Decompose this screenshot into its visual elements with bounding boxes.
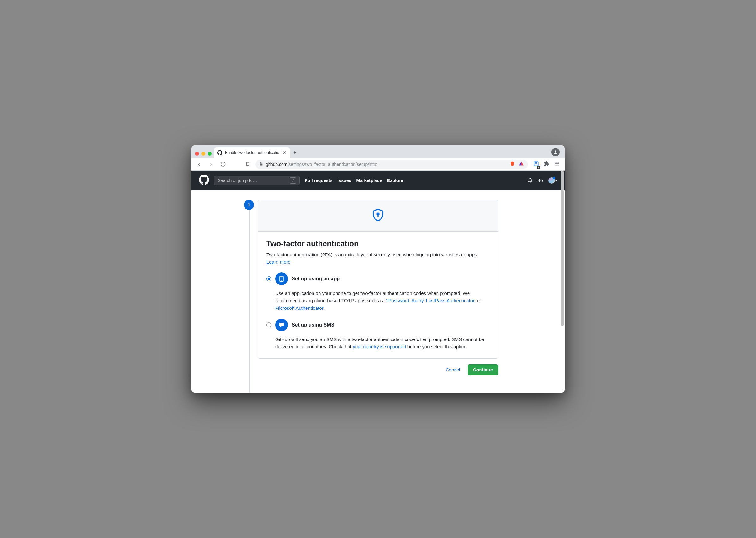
forward-button[interactable]	[206, 160, 215, 169]
action-buttons: Cancel Continue	[258, 364, 498, 375]
comment-icon	[275, 319, 288, 331]
slash-key-hint: /	[290, 177, 296, 184]
option-app-desc: Use an application on your phone to get …	[266, 290, 490, 312]
continue-button[interactable]: Continue	[468, 364, 498, 375]
option-app-title: Set up using an app	[292, 276, 340, 282]
radio-sms[interactable]	[266, 322, 271, 328]
github-nav: Pull requests Issues Marketplace Explore	[305, 178, 403, 183]
svg-point-0	[555, 150, 556, 152]
avatar	[549, 177, 555, 184]
browser-profile-button[interactable]	[552, 148, 559, 156]
notifications-button[interactable]	[528, 178, 533, 183]
github-header: Search or jump to… / Pull requests Issue…	[191, 171, 565, 190]
nav-explore[interactable]: Explore	[387, 178, 403, 183]
card-hero	[258, 200, 498, 232]
scrollbar[interactable]	[561, 171, 564, 326]
svg-point-2	[377, 213, 379, 215]
cancel-button[interactable]: Cancel	[441, 365, 464, 375]
browser-menu-button[interactable]	[554, 161, 559, 168]
link-ms-authenticator[interactable]: Microsoft Authenticator	[275, 305, 323, 311]
back-button[interactable]	[195, 160, 204, 169]
close-tab-button[interactable]: ✕	[282, 149, 287, 156]
nav-pull-requests[interactable]: Pull requests	[305, 178, 332, 183]
step-connector-line	[249, 210, 250, 393]
extensions-puzzle-icon[interactable]	[544, 161, 550, 168]
extension-icons: 1	[531, 161, 561, 168]
link-1password[interactable]: 1Password	[385, 298, 409, 303]
link-authy[interactable]: Authy	[412, 298, 423, 303]
setup-card: Two-factor authentication Two-factor aut…	[258, 200, 498, 359]
browser-toolbar: github.com/settings/two_factor_authentic…	[191, 158, 565, 171]
option-sms-title: Set up using SMS	[292, 322, 334, 328]
create-new-button[interactable]: + ▾	[538, 177, 544, 184]
browser-window: Enable two-factor authenticatio ✕ + g	[191, 145, 565, 393]
nav-issues[interactable]: Issues	[337, 178, 351, 183]
lock-icon	[259, 162, 263, 167]
shield-lock-icon	[371, 208, 385, 224]
github-favicon-icon	[217, 150, 222, 155]
address-bar[interactable]: github.com/settings/two_factor_authentic…	[255, 160, 528, 169]
close-window-button[interactable]	[195, 152, 199, 155]
learn-more-link[interactable]: Learn more	[266, 259, 291, 265]
browser-tab[interactable]: Enable two-factor authenticatio ✕	[214, 147, 290, 158]
page-content: 1 Two-factor authentication Two-factor a…	[191, 190, 565, 393]
link-lastpass[interactable]: LastPass Authenticator	[426, 298, 475, 303]
option-app[interactable]: Set up using an app	[266, 272, 490, 285]
brave-rewards-icon[interactable]	[518, 161, 524, 168]
new-tab-button[interactable]: +	[290, 149, 300, 158]
minimize-window-button[interactable]	[202, 152, 205, 155]
link-country-supported[interactable]: your country is supported	[353, 344, 406, 349]
search-placeholder: Search or jump to…	[218, 178, 257, 183]
reload-button[interactable]	[218, 160, 227, 169]
github-logo-icon[interactable]	[199, 175, 209, 186]
device-mobile-icon	[275, 272, 288, 285]
radio-app[interactable]	[266, 276, 271, 281]
intro-text: Two-factor authentication (2FA) is an ex…	[266, 251, 490, 266]
option-sms-desc: GitHub will send you an SMS with a two-f…	[266, 336, 490, 350]
option-sms[interactable]: Set up using SMS	[266, 319, 490, 331]
extension-icon[interactable]: 1	[533, 161, 539, 168]
maximize-window-button[interactable]	[208, 152, 211, 155]
nav-marketplace[interactable]: Marketplace	[357, 178, 382, 183]
url-text: github.com/settings/two_factor_authentic…	[266, 162, 378, 167]
tab-title: Enable two-factor authenticatio	[225, 150, 279, 155]
user-menu-button[interactable]: ▾	[549, 177, 557, 184]
tab-bar: Enable two-factor authenticatio ✕ +	[191, 145, 565, 158]
page-title: Two-factor authentication	[266, 239, 490, 248]
window-controls	[194, 152, 214, 158]
brave-shields-icon[interactable]	[510, 161, 515, 168]
bookmark-button[interactable]	[243, 160, 252, 169]
github-search-input[interactable]: Search or jump to… /	[214, 176, 300, 185]
step-number-badge: 1	[244, 200, 254, 210]
